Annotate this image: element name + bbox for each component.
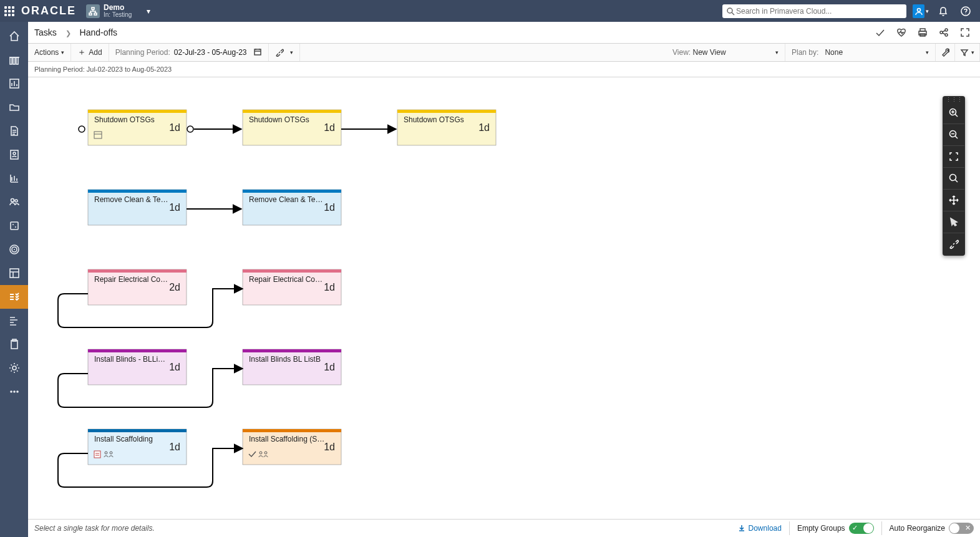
task-node[interactable]: Install Blinds - BLLi…1d <box>88 349 187 385</box>
status-bar: Select a single task for more details. D… <box>28 519 980 537</box>
task-duration: 1d <box>169 442 180 452</box>
task-node[interactable]: Install Blinds BL ListB1d <box>243 349 341 385</box>
sidebar-settings[interactable] <box>0 356 28 380</box>
page-toolbar: Actions▾ ＋ Add Planning Period: 02-Jul-2… <box>28 44 980 62</box>
sidebar-reports[interactable] <box>0 167 28 190</box>
zoom-in-button[interactable] <box>943 102 964 124</box>
planning-period-selector[interactable]: Planning Period: 02-Jul-23 - 05-Aug-23 <box>109 44 269 61</box>
svg-point-4 <box>917 8 920 11</box>
handoffs-canvas[interactable]: Shutdown OTSGs1dShutdown OTSGs1dShutdown… <box>28 77 980 519</box>
project-switcher[interactable]: Demo In: Testing ▾ <box>86 0 150 22</box>
search-button[interactable] <box>943 168 964 190</box>
sidebar-library[interactable] <box>0 48 28 72</box>
breadcrumb-parent[interactable]: Tasks <box>34 27 57 37</box>
svg-point-31 <box>940 31 943 34</box>
health-button[interactable] <box>893 24 910 41</box>
planning-period-info-label: Planning Period: <box>34 65 85 73</box>
planning-period-info: Planning Period: Jul-02-2023 to Aug-05-2… <box>28 62 980 77</box>
breadcrumb-current: Hand-offs <box>80 27 117 37</box>
sidebar-tasks-active[interactable] <box>0 285 28 309</box>
svg-point-6 <box>965 13 966 14</box>
notifications-button[interactable] <box>935 0 951 22</box>
task-title: Shutdown OTSGs <box>249 115 309 124</box>
user-icon <box>915 7 923 16</box>
empty-groups-switch[interactable]: ✓ <box>849 523 874 534</box>
drag-handle-icon[interactable]: ⋮⋮⋮ <box>943 97 965 102</box>
fullscreen-button[interactable] <box>956 24 974 41</box>
zoom-out-button[interactable] <box>943 124 964 146</box>
task-node[interactable]: Install Scaffolding (S…1d <box>243 429 341 465</box>
svg-rect-36 <box>88 110 187 113</box>
task-node[interactable]: Repair Electrical Co…2d <box>88 269 187 305</box>
sidebar-layout[interactable] <box>0 261 28 285</box>
actions-label: Actions <box>34 48 59 57</box>
sidebar-gantt[interactable] <box>0 309 28 332</box>
global-search[interactable] <box>722 4 906 18</box>
view-selector[interactable]: View: New View ▾ <box>666 44 785 61</box>
add-button[interactable]: ＋ Add <box>71 44 109 61</box>
task-node[interactable]: Repair Electrical Co…1d <box>243 269 341 305</box>
download-button[interactable]: Download <box>737 524 782 533</box>
search-input[interactable] <box>735 6 903 16</box>
task-duration: 1d <box>478 122 490 133</box>
sidebar-team[interactable] <box>0 190 28 214</box>
svg-point-16 <box>12 224 14 225</box>
svg-point-13 <box>11 199 14 202</box>
commit-button[interactable] <box>871 24 889 41</box>
sidebar-folder[interactable] <box>0 95 28 119</box>
chevron-down-icon: ▾ <box>290 49 293 56</box>
svg-rect-49 <box>243 269 341 273</box>
sidebar-dashboard[interactable] <box>0 72 28 95</box>
project-status: In: Testing <box>104 11 132 19</box>
sidebar-dice[interactable] <box>0 214 28 238</box>
svg-rect-51 <box>88 349 187 352</box>
apps-menu-icon[interactable] <box>0 0 19 22</box>
wrench-icon <box>941 48 949 57</box>
svg-point-27 <box>16 390 19 393</box>
task-title: Remove Clean & Te… <box>94 195 168 204</box>
empty-groups-label: Empty Groups <box>797 524 845 533</box>
auto-reorganize-switch[interactable]: ✕ <box>949 523 974 534</box>
link-options-button[interactable]: ▾ <box>269 44 300 61</box>
svg-point-24 <box>12 366 16 370</box>
sidebar-document[interactable] <box>0 119 28 143</box>
user-menu-button[interactable]: ▾ <box>913 0 929 22</box>
sidebar-home[interactable] <box>0 24 28 48</box>
sidebar-clipboard[interactable] <box>0 332 28 356</box>
sidebar-contacts[interactable] <box>0 143 28 167</box>
sitemap-icon <box>86 4 100 18</box>
actions-menu[interactable]: Actions▾ <box>28 44 71 61</box>
plan-by-selector[interactable]: Plan by: None ▾ <box>785 44 936 61</box>
task-node[interactable]: Remove Clean & Te…1d <box>88 190 187 225</box>
print-button[interactable] <box>914 24 931 41</box>
zoom-toolbar: ⋮⋮⋮ <box>943 96 965 256</box>
config-button[interactable] <box>936 44 955 61</box>
select-button[interactable] <box>943 211 964 233</box>
link-tool-button[interactable] <box>943 233 964 254</box>
svg-rect-22 <box>11 341 17 349</box>
filter-button[interactable]: ▾ <box>955 44 980 61</box>
task-duration: 1d <box>169 362 180 372</box>
share-button[interactable] <box>935 24 953 41</box>
task-node[interactable]: Remove Clean & Te…1d <box>243 190 341 225</box>
sidebar-more[interactable] <box>0 380 28 404</box>
help-icon <box>960 6 971 17</box>
main-content: Tasks ❯ Hand-offs Actions▾ ＋ Add Pl <box>28 22 980 537</box>
task-node[interactable]: Install Scaffolding1d <box>88 429 187 465</box>
filter-icon <box>960 48 969 57</box>
help-button[interactable] <box>958 0 974 22</box>
svg-rect-1 <box>89 13 92 15</box>
task-node[interactable]: Shutdown OTSGs1d <box>397 110 496 145</box>
task-duration: 1d <box>324 282 335 293</box>
svg-point-26 <box>13 390 16 393</box>
task-node[interactable]: Shutdown OTSGs1d <box>88 110 187 145</box>
sidebar-target[interactable] <box>0 238 28 261</box>
zoom-fit-button[interactable] <box>943 146 964 168</box>
task-duration: 1d <box>324 442 335 452</box>
start-node <box>187 126 193 132</box>
svg-rect-29 <box>920 29 925 31</box>
view-value: New View <box>692 48 725 57</box>
svg-rect-15 <box>11 222 18 230</box>
task-node[interactable]: Shutdown OTSGs1d <box>243 110 341 145</box>
pan-button[interactable] <box>943 190 964 211</box>
